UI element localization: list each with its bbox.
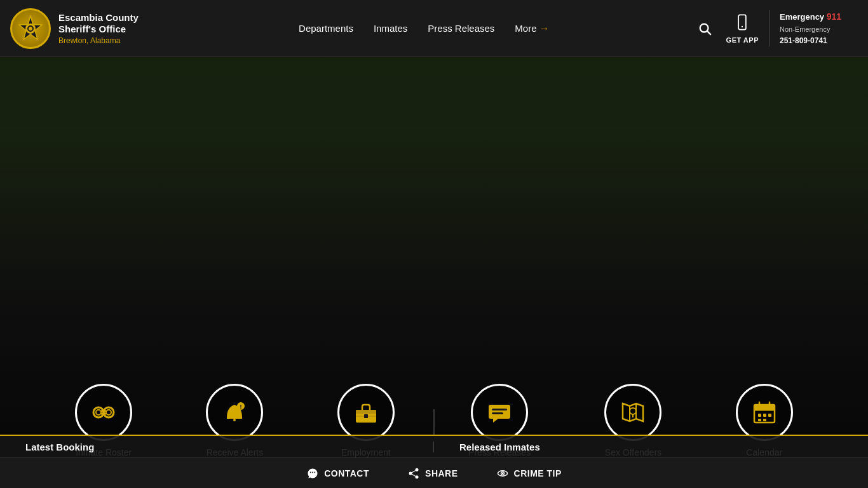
svg-marker-24 [493,419,498,423]
logo-area[interactable]: Escambia County Sheriff's Office Brewton… [0,8,165,49]
more-arrow-icon: → [539,23,550,34]
emergency-number: 911 [827,11,841,22]
svg-line-5 [707,31,710,34]
sections-row: Latest Booking Released Inmates [0,435,868,458]
share-button[interactable]: SHARE [407,467,458,480]
agency-text: Escambia County Sheriff's Office Brewton… [58,12,139,45]
alert-icon: ! [220,398,248,426]
svg-point-10 [96,410,101,415]
svg-rect-18 [356,410,376,414]
svg-point-42 [416,475,419,478]
briefcase-icon [352,398,380,426]
crime-tip-button[interactable]: CRIME TIP [496,467,562,480]
svg-point-8 [93,407,104,417]
svg-rect-37 [768,414,771,417]
svg-rect-36 [763,414,766,417]
calendar-icon [750,398,778,426]
share-label: SHARE [425,468,458,478]
chat-icon [306,467,319,480]
non-emergency: Non-Emergency 251-809-0741 [780,24,858,46]
svg-rect-39 [763,419,766,421]
message-icon [485,398,513,426]
svg-point-3 [29,27,32,30]
nav-departments[interactable]: Departments [299,23,353,34]
badge-logo [10,8,51,49]
calendar-icon-circle [736,384,793,441]
emergency-info: Emergency 911 Non-Emergency 251-809-0741 [769,10,858,46]
employment-icon-circle [337,384,395,441]
svg-rect-35 [758,414,761,417]
svg-rect-23 [492,412,503,414]
share-icon [407,467,420,480]
get-app-button[interactable]: GET APP [726,13,759,44]
phone-icon [733,13,751,35]
agency-location: Brewton, Alabama [58,36,139,45]
map-icon [619,398,647,426]
svg-rect-22 [492,409,507,410]
non-emergency-number: 251-809-0741 [780,36,827,45]
contact-button[interactable]: CONTACT [306,467,369,480]
crime-tip-label: CRIME TIP [514,468,562,478]
search-button[interactable] [693,17,716,40]
handcuffs-icon [90,398,118,426]
released-inmates-heading: Released Inmates [434,442,868,452]
svg-rect-21 [489,405,510,419]
svg-point-28 [630,408,636,414]
emergency-911: Emergency 911 [780,10,858,24]
svg-rect-31 [754,405,775,410]
agency-sub: Sheriff's Office [58,24,139,35]
svg-text:!: ! [240,403,242,410]
svg-rect-38 [758,419,761,421]
svg-point-47 [501,472,503,474]
svg-point-9 [104,407,114,417]
nav-press-releases[interactable]: Press Releases [428,23,494,34]
eye-icon [496,467,509,480]
svg-marker-25 [623,403,643,421]
svg-point-40 [416,468,419,471]
site-header: Escambia County Sheriff's Office Brewton… [0,0,868,57]
svg-rect-20 [364,414,368,418]
bottom-navigation: CONTACT SHARE CRIME TIP [0,458,868,488]
header-right: GET APP Emergency 911 Non-Emergency 251-… [683,10,868,46]
main-navigation: Departments Inmates Press Releases More … [165,23,683,34]
hero-divider [434,409,435,435]
svg-point-41 [409,471,412,475]
sex-offenders-icon-circle [604,384,661,441]
receive-alerts-icon-circle: ! [206,384,263,441]
svg-line-44 [412,470,416,472]
svg-rect-14 [233,419,236,421]
latest-booking-heading: Latest Booking [0,442,434,452]
get-app-label: GET APP [726,36,759,44]
agency-name: Escambia County [58,12,139,24]
nav-more[interactable]: More → [515,23,549,34]
contact-label: CONTACT [324,468,369,478]
press-releases-icon-circle [471,384,528,441]
nav-inmates[interactable]: Inmates [374,23,407,34]
svg-point-11 [106,410,111,415]
svg-line-43 [412,474,416,476]
inmate-roster-icon-circle [75,384,132,441]
